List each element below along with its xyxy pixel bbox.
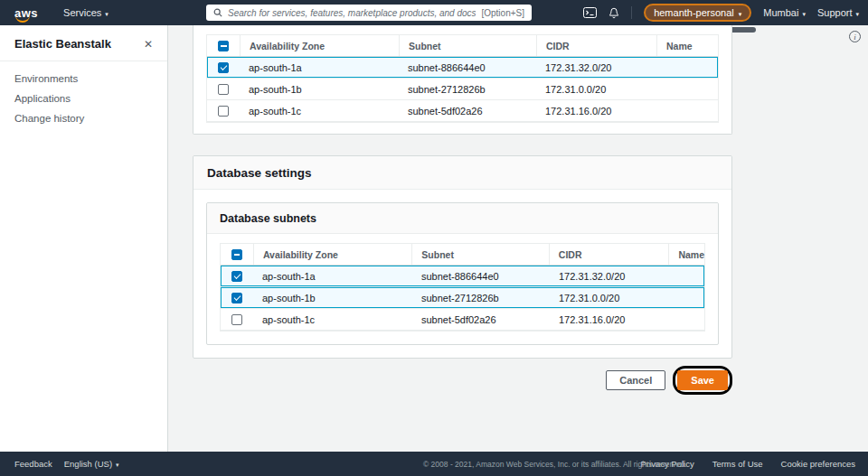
search-shortcut: [Option+S] [481, 8, 524, 18]
copyright-text: © 2008 - 2021, Amazon Web Services, Inc.… [423, 460, 686, 469]
table-row[interactable]: ap-south-1c subnet-5df02a26 172.31.16.0/… [207, 100, 718, 122]
services-menu[interactable]: Services ▾ [63, 7, 108, 18]
column-header-az: Availability Zone [240, 35, 399, 56]
column-header-subnet: Subnet [411, 244, 549, 265]
cell-az: ap-south-1a [240, 62, 399, 73]
column-header-name: Name [668, 244, 704, 265]
table-row[interactable]: ap-south-1a subnet-886644e0 172.31.32.0/… [221, 266, 704, 287]
navbar-right: hemanth-personal ▾ Mumbai ▾ Support ▾ [583, 0, 859, 25]
feedback-label: Feedback [14, 459, 52, 469]
database-subnets-panel: Database subnets Availability Zone Subne… [206, 202, 719, 345]
cell-cidr: 172.31.16.0/20 [536, 106, 656, 117]
top-navbar: aws Services ▾ [Option+S] hemanth-person… [0, 0, 868, 25]
database-settings-panel: Database settings Database subnets Avail… [193, 155, 732, 359]
panel-title: Database settings [193, 156, 731, 190]
cookie-preferences-link[interactable]: Cookie preferences [781, 459, 855, 469]
column-header-name: Name [656, 35, 718, 56]
column-header-subnet: Subnet [399, 35, 536, 56]
row-checkbox[interactable] [218, 106, 229, 117]
cell-cidr: 172.31.32.0/20 [536, 62, 656, 73]
select-all-checkbox[interactable] [218, 41, 229, 51]
column-header-cidr: CIDR [549, 244, 669, 265]
subnets-table: Availability Zone Subnet CIDR Name ap-so… [206, 34, 719, 123]
cell-subnet: subnet-2712826b [399, 84, 536, 95]
cell-az: ap-south-1b [240, 84, 399, 95]
cell-subnet: subnet-5df02a26 [412, 314, 550, 325]
cell-cidr: 172.31.0.0/20 [550, 293, 670, 303]
cancel-button[interactable]: Cancel [606, 370, 665, 390]
cell-az: ap-south-1c [253, 314, 412, 325]
column-header-cidr: CIDR [536, 35, 656, 56]
database-subnets-table: Availability Zone Subnet CIDR Name ap-so… [220, 243, 705, 331]
row-checkbox[interactable] [231, 271, 242, 282]
table-row[interactable]: ap-south-1a subnet-886644e0 172.31.32.0/… [207, 57, 718, 79]
chevron-down-icon: ▾ [855, 11, 859, 17]
chevron-down-icon: ▾ [739, 11, 742, 17]
sidebar-header: Elastic Beanstalk ✕ [0, 25, 167, 61]
main-content: i Availability Zone Subnet CIDR Name ap-… [168, 25, 868, 452]
row-checkbox[interactable] [218, 84, 229, 95]
close-icon[interactable]: ✕ [144, 38, 153, 51]
divider [631, 6, 632, 19]
sidebar-item-change-history[interactable]: Change history [14, 113, 153, 124]
language-menu[interactable]: English (US) ▾ [64, 459, 119, 469]
sidebar: Elastic Beanstalk ✕ Environments Applica… [0, 25, 168, 452]
footer: Feedback English (US) ▾ © 2008 - 2021, A… [0, 452, 868, 476]
account-menu[interactable]: hemanth-personal ▾ [644, 4, 751, 22]
aws-logo[interactable]: aws [14, 6, 38, 20]
search-input[interactable] [228, 8, 476, 18]
sidebar-item-environments[interactable]: Environments [14, 73, 153, 84]
chevron-down-icon: ▾ [802, 11, 806, 17]
subnet-table-panel: Availability Zone Subnet CIDR Name ap-so… [193, 25, 732, 135]
sidebar-nav: Environments Applications Change history [0, 61, 167, 145]
column-header-az: Availability Zone [253, 244, 411, 265]
select-all-checkbox[interactable] [231, 249, 242, 260]
cell-subnet: subnet-2712826b [412, 293, 550, 303]
terms-of-use-link[interactable]: Terms of Use [712, 459, 763, 469]
cell-cidr: 172.31.0.0/20 [536, 84, 656, 95]
chevron-down-icon: ▾ [105, 11, 108, 17]
feedback-link[interactable]: Feedback [14, 459, 52, 469]
cell-cidr: 172.31.16.0/20 [550, 314, 670, 325]
row-checkbox[interactable] [231, 293, 242, 303]
cloudshell-icon[interactable] [583, 7, 597, 18]
save-button-highlight-ring: Save [673, 366, 732, 395]
language-label: English (US) [64, 459, 112, 469]
table-row[interactable]: ap-south-1b subnet-2712826b 172.31.0.0/2… [207, 79, 718, 100]
sidebar-title: Elastic Beanstalk [14, 37, 111, 51]
row-checkbox[interactable] [231, 314, 242, 325]
account-label: hemanth-personal [654, 7, 734, 18]
row-checkbox[interactable] [218, 62, 229, 73]
info-icon[interactable]: i [849, 31, 861, 42]
table-row[interactable]: ap-south-1c subnet-5df02a26 172.31.16.0/… [221, 309, 704, 331]
panel-body: Database subnets Availability Zone Subne… [193, 190, 731, 358]
region-menu[interactable]: Mumbai ▾ [763, 7, 806, 18]
table-row[interactable]: ap-south-1b subnet-2712826b 172.31.0.0/2… [221, 287, 704, 309]
cell-subnet: subnet-886644e0 [412, 271, 550, 282]
support-menu[interactable]: Support ▾ [817, 7, 859, 18]
sidebar-item-applications[interactable]: Applications [14, 93, 153, 104]
form-actions: Cancel Save [193, 366, 732, 395]
cell-subnet: subnet-886644e0 [399, 62, 536, 73]
cell-az: ap-south-1c [240, 106, 399, 117]
cell-cidr: 172.31.32.0/20 [550, 271, 670, 282]
cell-subnet: subnet-5df02a26 [399, 106, 536, 117]
subpanel-title: Database subnets [207, 203, 718, 234]
region-label: Mumbai [763, 7, 798, 18]
support-label: Support [817, 7, 853, 18]
global-search: [Option+S] [206, 5, 532, 21]
cell-az: ap-south-1a [253, 271, 412, 282]
notifications-bell-icon[interactable] [609, 7, 619, 19]
search-icon [213, 8, 222, 17]
table-header: Availability Zone Subnet CIDR Name [207, 35, 718, 57]
cell-az: ap-south-1b [253, 293, 412, 303]
aws-logo-text: aws [14, 6, 38, 20]
services-label: Services [63, 7, 101, 18]
chevron-down-icon: ▾ [116, 462, 119, 468]
save-button[interactable]: Save [677, 370, 728, 390]
table-header: Availability Zone Subnet CIDR Name [221, 244, 704, 266]
